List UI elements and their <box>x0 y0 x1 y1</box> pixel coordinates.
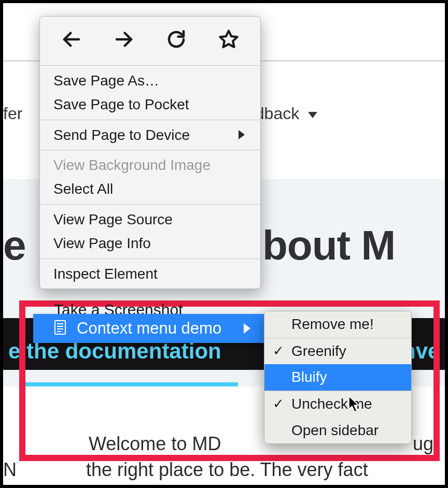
menu-item-label: Save Page to Pocket <box>53 95 189 114</box>
menu-item-save-page-as[interactable]: Save Page As… <box>40 69 260 93</box>
menu-item-label: Inspect Element <box>53 264 158 284</box>
checkmark-icon: ✓ <box>273 342 284 361</box>
menu-item-view-page-source[interactable]: View Page Source <box>40 208 260 232</box>
svg-marker-2 <box>220 31 237 47</box>
menu-item-label: Context menu demo <box>77 319 244 338</box>
reload-icon[interactable] <box>165 28 187 54</box>
submenu-item-label: Greenify <box>291 343 346 359</box>
svg-rect-3 <box>55 321 65 334</box>
menu-item-label: View Page Source <box>53 210 173 229</box>
headline-fragment-right: bout M <box>262 222 395 269</box>
chevron-down-icon <box>308 112 317 118</box>
menu-group: Send Page to Device <box>40 120 260 150</box>
context-menu-toolbar <box>40 17 260 65</box>
submenu-item-bluify[interactable]: Bluify <box>264 364 411 391</box>
svg-marker-8 <box>349 396 358 412</box>
menu-item-label: Send Page to Device <box>53 125 190 145</box>
forward-icon[interactable] <box>113 28 135 54</box>
chevron-right-icon <box>239 130 245 139</box>
menu-group: View Page Source View Page Info <box>40 205 260 259</box>
submenu-item-label: Remove me! <box>291 316 374 332</box>
menu-item-label: Save Page As… <box>53 71 159 91</box>
mouse-cursor-icon <box>348 396 361 413</box>
submenu-item-label: Bluify <box>291 369 327 385</box>
menu-item-label: Select All <box>53 179 113 199</box>
menu-item-view-page-info[interactable]: View Page Info <box>40 232 260 255</box>
menu-item-inspect-element[interactable]: Inspect Element <box>40 262 260 286</box>
body-text-line2-right: the right place to be. The very fact <box>86 459 368 481</box>
menu-group: View Background Image Select All <box>40 150 260 204</box>
submenu-item-uncheck-me[interactable]: ✓ Uncheck me <box>264 391 411 418</box>
menu-item-label: View Page Info <box>53 234 151 253</box>
menu-item-send-page-to-device[interactable]: Send Page to Device <box>40 123 260 147</box>
checkmark-icon: ✓ <box>273 395 284 413</box>
submenu-item-label: Open sidebar <box>291 422 379 438</box>
headline-fragment-left: e <box>3 222 26 269</box>
nav-text-fragment-left: fer <box>3 104 22 123</box>
menu-item-view-background-image: View Background Image <box>40 153 260 177</box>
menu-group: Inspect Element <box>40 259 260 289</box>
back-icon[interactable] <box>61 28 82 54</box>
menu-item-save-to-pocket[interactable]: Save Page to Pocket <box>40 93 260 117</box>
submenu-item-greenify[interactable]: ✓ Greenify <box>264 338 411 365</box>
body-text-line2-left: N <box>3 459 17 481</box>
context-menu: Save Page As… Save Page to Pocket Send P… <box>39 16 261 289</box>
menu-item-label: View Background Image <box>53 155 211 175</box>
chevron-right-icon <box>244 323 250 334</box>
submenu-item-open-sidebar[interactable]: Open sidebar <box>264 418 411 444</box>
document-icon <box>54 320 66 337</box>
nav-text: fer <box>3 104 22 123</box>
submenu-item-remove-me[interactable]: Remove me! <box>264 311 411 338</box>
menu-item-select-all[interactable]: Select All <box>40 177 260 201</box>
bookmark-star-icon[interactable] <box>218 28 240 54</box>
context-submenu: Remove me! ✓ Greenify Bluify ✓ Uncheck m… <box>264 311 412 444</box>
menu-group: Save Page As… Save Page to Pocket <box>40 66 260 120</box>
menu-item-context-menu-demo[interactable]: Context menu demo <box>33 314 264 343</box>
